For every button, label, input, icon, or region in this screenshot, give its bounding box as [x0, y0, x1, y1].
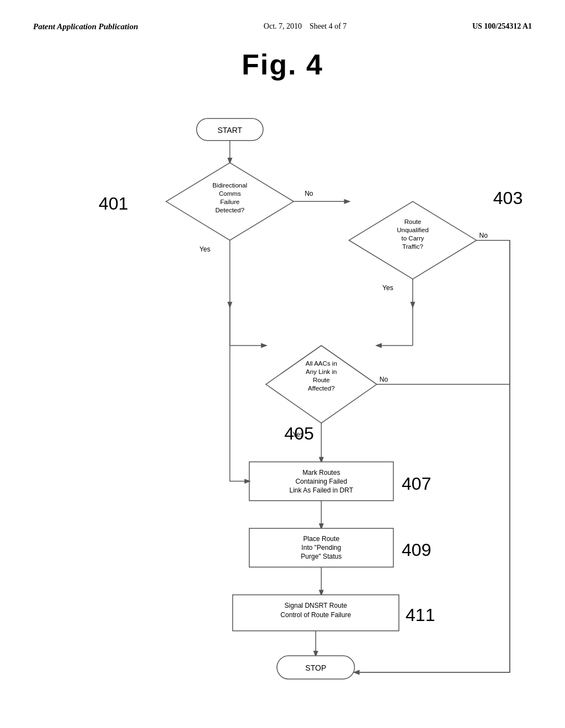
sheet-info: Sheet 4 of 7 — [310, 22, 347, 30]
node405-line4: Affected? — [308, 385, 335, 392]
label-no-403: No — [479, 232, 488, 239]
node407-line2: Containing Failed — [295, 478, 347, 485]
diagram-area: START Bidirectional Comms Failure Detect… — [33, 103, 532, 710]
node405-line1: All AACs in — [306, 360, 337, 367]
header-left: Patent Application Publication — [33, 22, 138, 31]
node409-line3: Purge" Status — [301, 553, 342, 560]
node409-line1: Place Route — [303, 535, 339, 543]
node409-number: 409 — [402, 540, 431, 560]
publication-date: Oct. 7, 2010 — [264, 22, 302, 30]
node401-number: 401 — [99, 194, 129, 213]
stop-label: STOP — [305, 663, 326, 672]
node409-line2: Into "Pending — [301, 544, 341, 552]
header-right: US 100/254312 A1 — [472, 22, 532, 31]
publication-title: Patent Application Publication — [33, 22, 138, 31]
node407-number: 407 — [402, 474, 431, 494]
patent-number: US 100/254312 A1 — [472, 22, 532, 30]
svg-marker-11 — [266, 346, 377, 424]
header-center: Oct. 7, 2010 Sheet 4 of 7 — [264, 22, 347, 31]
label-no-405: No — [380, 376, 388, 383]
label-yes-403: Yes — [382, 284, 393, 292]
node401-line1: Bidirectional — [212, 182, 247, 189]
node403-number: 403 — [493, 188, 523, 208]
label-no-401: No — [305, 190, 313, 197]
node411-line2: Control of Route Failure — [280, 611, 351, 619]
node401-line4: Detected? — [215, 207, 244, 213]
node411-number: 411 — [406, 605, 435, 625]
label-yes-405: Yes — [292, 431, 303, 438]
start-label: START — [217, 126, 242, 135]
page: Patent Application Publication Oct. 7, 2… — [0, 0, 565, 728]
node403-line2: Unqualified — [397, 227, 429, 233]
node403-line4: Traffic? — [402, 243, 423, 250]
node403-line1: Route — [404, 218, 422, 225]
node407-line3: Link As Failed in DRT — [289, 486, 353, 494]
fig-title: Fig. 4 — [33, 48, 532, 81]
node401-line2: Comms — [219, 190, 241, 197]
node407-line1: Mark Routes — [302, 469, 340, 477]
node403-line3: to Carry — [402, 235, 424, 242]
node405-line2: Any Link in — [306, 368, 337, 375]
node405-line3: Route — [313, 377, 330, 383]
header: Patent Application Publication Oct. 7, 2… — [33, 22, 532, 31]
label-yes-401: Yes — [200, 245, 211, 253]
node401-line3: Failure — [220, 199, 239, 205]
node411-line1: Signal DNSRT Route — [285, 602, 348, 609]
flowchart-svg: START Bidirectional Comms Failure Detect… — [33, 103, 532, 710]
